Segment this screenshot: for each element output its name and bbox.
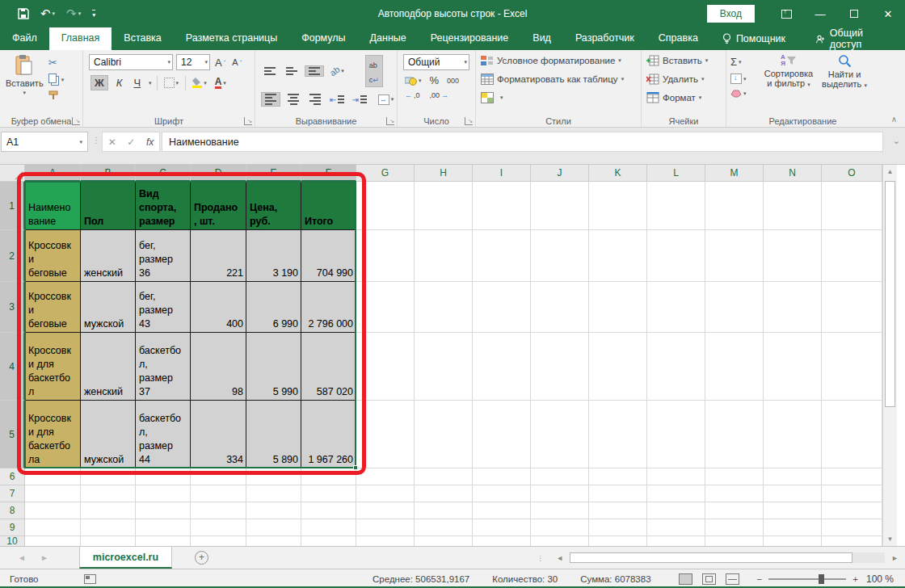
- font-name-combo[interactable]: Calibri▾: [89, 54, 173, 70]
- cell-H4[interactable]: [415, 333, 473, 401]
- cell-H3[interactable]: [415, 282, 473, 333]
- cell-M10[interactable]: [705, 536, 764, 546]
- cell-I2[interactable]: [473, 230, 531, 282]
- zoom-in-button[interactable]: +: [852, 574, 858, 584]
- align-right-button[interactable]: [306, 93, 324, 106]
- cell-G4[interactable]: [356, 333, 415, 401]
- cell-A8[interactable]: [25, 502, 81, 519]
- percent-style-button[interactable]: %: [428, 74, 441, 87]
- cell-M7[interactable]: [705, 485, 764, 502]
- cell-N7[interactable]: [764, 485, 822, 502]
- vertical-scroll-thumb[interactable]: [885, 181, 895, 407]
- cell-A2[interactable]: Кроссовк и беговые: [25, 230, 81, 282]
- cell-B1[interactable]: Пол: [81, 182, 136, 230]
- cell-M3[interactable]: [705, 282, 764, 333]
- cell-M9[interactable]: [705, 519, 764, 536]
- tab-assistant[interactable]: Помощник: [710, 27, 798, 50]
- cell-F3[interactable]: 2 796 000: [301, 282, 356, 333]
- row-header-8[interactable]: 8: [0, 502, 25, 519]
- cell-D3[interactable]: 400: [191, 282, 246, 333]
- row-header-4[interactable]: 4: [0, 333, 25, 401]
- cell-E10[interactable]: [246, 536, 301, 546]
- cell-F8[interactable]: [301, 502, 356, 519]
- cell-I10[interactable]: [473, 536, 531, 546]
- cell-K6[interactable]: [589, 468, 647, 485]
- cell-G7[interactable]: [356, 485, 415, 502]
- fill-button[interactable]: ↓▾: [729, 73, 760, 85]
- align-left-button[interactable]: [261, 92, 280, 107]
- column-header-H[interactable]: H: [415, 165, 473, 182]
- column-header-B[interactable]: B: [81, 165, 136, 182]
- cell-B5[interactable]: мужской: [81, 401, 136, 468]
- comma-style-button[interactable]: 000: [445, 76, 461, 86]
- alignment-dialog-launcher[interactable]: ↘: [386, 117, 394, 125]
- cell-K7[interactable]: [589, 485, 647, 502]
- fill-color-button[interactable]: ▾: [191, 77, 208, 89]
- horizontal-scroll-thumb[interactable]: [570, 552, 852, 563]
- tab-формулы[interactable]: Формулы: [289, 27, 357, 50]
- format-painter-button[interactable]: [47, 90, 66, 101]
- cell-C9[interactable]: [136, 519, 191, 536]
- collapse-ribbon-button[interactable]: ∧: [891, 115, 897, 124]
- column-header-D[interactable]: D: [191, 165, 246, 182]
- cell-L7[interactable]: [647, 485, 705, 502]
- cell-L3[interactable]: [647, 282, 705, 333]
- sheet-tab-microexcel[interactable]: microexcel.ru: [79, 547, 172, 569]
- cell-N3[interactable]: [764, 282, 822, 333]
- cell-J9[interactable]: [531, 519, 589, 536]
- clear-button[interactable]: ▾: [729, 89, 760, 99]
- shrink-font-button[interactable]: Аˇ: [230, 57, 243, 68]
- format-as-table-button[interactable]: Форматировать как таблицу▾: [478, 73, 638, 86]
- column-header-J[interactable]: J: [531, 165, 589, 182]
- italic-button[interactable]: К: [113, 76, 126, 90]
- insert-cells-button[interactable]: Вставить▾: [644, 54, 723, 67]
- cell-E4[interactable]: 5 990: [246, 333, 301, 401]
- tab-вид[interactable]: Вид: [520, 27, 563, 50]
- scroll-down-icon[interactable]: ▼: [883, 532, 897, 546]
- cell-C2[interactable]: бег, размер 36: [136, 230, 191, 282]
- scroll-left-icon[interactable]: ◄: [553, 554, 566, 562]
- tab-главная[interactable]: Главная: [49, 27, 112, 50]
- undo-button[interactable]: ↶▾: [40, 6, 55, 21]
- cell-B8[interactable]: [81, 502, 136, 519]
- cell-C1[interactable]: Вид спорта, размер: [136, 182, 191, 230]
- cell-O2[interactable]: [822, 230, 882, 282]
- maximize-button[interactable]: [837, 0, 871, 27]
- cell-C6[interactable]: [136, 468, 191, 485]
- cell-C4[interactable]: баскетбо л, размер 37: [136, 333, 191, 401]
- cell-L10[interactable]: [647, 536, 705, 546]
- cell-styles-button[interactable]: ▾: [478, 91, 638, 104]
- zoom-out-button[interactable]: −: [757, 574, 763, 584]
- cell-A7[interactable]: [25, 485, 81, 502]
- cell-B9[interactable]: [81, 519, 136, 536]
- column-header-M[interactable]: M: [705, 165, 764, 182]
- cell-M2[interactable]: [705, 230, 764, 282]
- cell-D4[interactable]: 98: [191, 333, 246, 401]
- formula-input[interactable]: Наименование: [162, 132, 883, 152]
- tab-file[interactable]: Файл: [0, 27, 49, 50]
- tab-разметка-страницы[interactable]: Разметка страницы: [174, 27, 289, 50]
- tab-данные[interactable]: Данные: [358, 27, 419, 50]
- column-header-F[interactable]: F: [301, 165, 356, 182]
- number-dialog-launcher[interactable]: ↘: [465, 117, 473, 125]
- normal-view-button[interactable]: [679, 573, 692, 585]
- cell-B10[interactable]: [81, 536, 136, 546]
- grow-font-button[interactable]: Аˆ: [213, 56, 227, 69]
- copy-button[interactable]: ▾: [47, 73, 66, 86]
- prev-sheet-icon[interactable]: ◄: [18, 553, 26, 562]
- increase-indent-button[interactable]: ⇥: [350, 94, 368, 105]
- cell-J8[interactable]: [531, 502, 589, 519]
- align-middle-button[interactable]: [283, 66, 301, 76]
- column-header-I[interactable]: I: [473, 165, 531, 182]
- name-box[interactable]: A1▾: [1, 132, 88, 152]
- sign-in-button[interactable]: Вход: [707, 5, 755, 23]
- cell-B3[interactable]: мужской: [81, 282, 136, 333]
- cell-E6[interactable]: [246, 468, 301, 485]
- cell-I3[interactable]: [473, 282, 531, 333]
- cell-J10[interactable]: [531, 536, 589, 546]
- cell-E3[interactable]: 6 990: [246, 282, 301, 333]
- cell-M5[interactable]: [705, 401, 764, 468]
- column-header-K[interactable]: K: [589, 165, 647, 182]
- sort-filter-button[interactable]: АЯ Сортировкаи фильтр ▾: [760, 52, 818, 99]
- cell-N8[interactable]: [764, 502, 822, 519]
